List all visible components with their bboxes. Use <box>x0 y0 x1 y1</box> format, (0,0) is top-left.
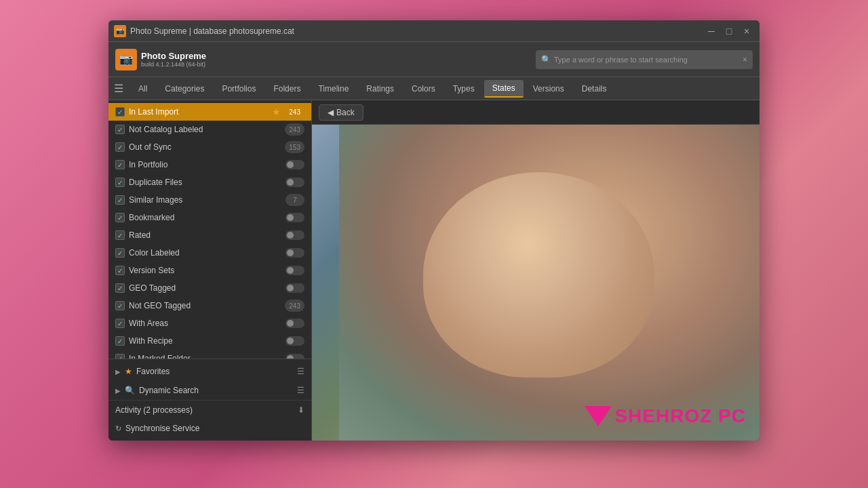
tab-timeline[interactable]: Timeline <box>310 80 357 98</box>
list-item-bookmarked[interactable]: Bookmarked <box>108 209 311 226</box>
checkbox-in-marked-folder[interactable] <box>115 354 125 359</box>
search-clear-icon[interactable]: × <box>743 55 747 64</box>
app-logo-icon: 📷 <box>115 49 137 70</box>
toggle-color-labeled[interactable] <box>285 248 304 258</box>
checkbox-in-portfolio[interactable] <box>115 160 125 169</box>
close-button[interactable]: × <box>739 24 754 39</box>
list-item-not-catalog-labeled[interactable]: Not Catalog Labeled 243 <box>108 121 311 138</box>
toggle-geo-tagged[interactable] <box>285 283 304 293</box>
sync-label: Synchronise Service <box>125 424 304 433</box>
checkbox-not-geo-tagged[interactable] <box>115 301 125 310</box>
checkbox-geo-tagged[interactable] <box>115 283 125 293</box>
sync-item[interactable]: ↻ Synchronise Service <box>108 419 311 438</box>
toggle-with-areas[interactable] <box>285 319 304 328</box>
list-item-with-areas[interactable]: With Areas <box>108 314 311 332</box>
label-with-recipe: With Recipe <box>129 336 281 346</box>
titlebar: 📷 Photo Supreme | database photosupreme.… <box>108 20 760 42</box>
sidebar: In Last Import ★ 243 Not Catalog Labeled… <box>108 100 312 441</box>
toggle-version-sets[interactable] <box>285 266 304 275</box>
favorites-menu-icon[interactable]: ☰ <box>297 367 304 376</box>
checkbox-in-last-import[interactable] <box>115 107 125 117</box>
tab-folders[interactable]: Folders <box>265 80 309 98</box>
photo-background: SHEHROZ PC <box>312 125 760 441</box>
search-input[interactable] <box>554 56 740 64</box>
dynamic-search-item[interactable]: ▶ 🔍 Dynamic Search ☰ <box>108 381 311 400</box>
list-item-similar-images[interactable]: Similar Images 7 <box>108 191 311 209</box>
list-item-in-last-import[interactable]: In Last Import ★ 243 <box>108 103 311 121</box>
label-version-sets: Version Sets <box>129 266 281 275</box>
app-name: Photo Supreme <box>141 51 206 61</box>
toggle-with-recipe[interactable] <box>285 336 304 346</box>
activity-item[interactable]: Activity (2 processes) ⬇ <box>108 400 311 419</box>
checkbox-duplicate-files[interactable] <box>115 178 125 187</box>
search-bar: 🔍 × <box>536 50 753 69</box>
list-item-color-labeled[interactable]: Color Labeled <box>108 244 311 262</box>
photo-display: SHEHROZ PC <box>312 125 760 441</box>
list-item-not-geo-tagged[interactable]: Not GEO Tagged 243 <box>108 297 311 314</box>
toggle-bookmarked[interactable] <box>285 213 304 222</box>
dynamic-menu-icon[interactable]: ☰ <box>297 386 304 395</box>
checkbox-bookmarked[interactable] <box>115 213 125 222</box>
favorites-label: Favorites <box>136 367 293 376</box>
badge-not-geo-tagged: 243 <box>285 300 304 312</box>
list-item-with-recipe[interactable]: With Recipe <box>108 332 311 350</box>
activity-label: Activity (2 processes) <box>115 405 294 415</box>
app-subtitle: build 4.1.2.1448 (64-bit) <box>141 61 206 68</box>
list-item-rated[interactable]: Rated <box>108 226 311 244</box>
label-in-marked-folder: In Marked Folder <box>129 354 281 359</box>
sync-icon: ↻ <box>115 424 121 433</box>
tab-colors[interactable]: Colors <box>403 80 443 98</box>
tab-details[interactable]: Details <box>574 80 615 98</box>
label-bookmarked: Bookmarked <box>129 213 281 222</box>
label-in-last-import: In Last Import <box>129 107 268 117</box>
checkbox-not-catalog-labeled[interactable] <box>115 125 125 134</box>
checkbox-similar-images[interactable] <box>115 195 125 205</box>
checkbox-version-sets[interactable] <box>115 266 125 275</box>
checkbox-with-recipe[interactable] <box>115 336 125 346</box>
list-item-in-portfolio[interactable]: In Portfolio <box>108 156 311 174</box>
tab-all[interactable]: All <box>130 80 155 98</box>
toggle-duplicate-files[interactable] <box>285 178 304 187</box>
list-item-in-marked-folder[interactable]: In Marked Folder <box>108 350 311 359</box>
back-button[interactable]: ◀ Back <box>319 104 363 121</box>
hamburger-menu[interactable]: ☰ <box>114 82 123 95</box>
toggle-in-marked-folder[interactable] <box>285 354 304 359</box>
badge-similar-images: 7 <box>285 194 304 206</box>
checkbox-color-labeled[interactable] <box>115 248 125 258</box>
checkbox-with-areas[interactable] <box>115 319 125 328</box>
back-bar: ◀ Back <box>312 100 760 125</box>
list-item-geo-tagged[interactable]: GEO Tagged <box>108 279 311 297</box>
list-item-version-sets[interactable]: Version Sets <box>108 262 311 279</box>
tab-ratings[interactable]: Ratings <box>358 80 402 98</box>
window-title: Photo Supreme | database photosupreme.ca… <box>130 26 704 36</box>
dynamic-search-label: Dynamic Search <box>139 386 293 395</box>
label-not-geo-tagged: Not GEO Tagged <box>129 301 281 310</box>
list-item-out-of-sync[interactable]: Out of Sync 153 <box>108 138 311 156</box>
minimize-button[interactable]: ─ <box>704 24 719 39</box>
tab-states[interactable]: States <box>484 80 524 98</box>
tab-types[interactable]: Types <box>445 80 483 98</box>
star-in-last-import[interactable]: ★ <box>272 106 281 117</box>
toolbar: 📷 Photo Supreme build 4.1.2.1448 (64-bit… <box>108 42 760 77</box>
tab-portfolios[interactable]: Portfolios <box>214 80 264 98</box>
checkbox-out-of-sync[interactable] <box>115 142 125 152</box>
activity-icon: ⬇ <box>298 405 304 415</box>
favorites-item[interactable]: ▶ ★ Favorites ☰ <box>108 362 311 381</box>
sidebar-list: In Last Import ★ 243 Not Catalog Labeled… <box>108 100 311 359</box>
tab-versions[interactable]: Versions <box>525 80 572 98</box>
expand-dynamic-icon: ▶ <box>115 387 121 394</box>
maximize-button[interactable]: □ <box>722 24 736 39</box>
label-not-catalog-labeled: Not Catalog Labeled <box>129 125 281 134</box>
toggle-rated[interactable] <box>285 230 304 240</box>
sidebar-bottom: ▶ ★ Favorites ☰ ▶ 🔍 Dynamic Search ☰ Act… <box>108 359 311 441</box>
expand-favorites-icon: ▶ <box>115 368 121 375</box>
list-item-duplicate-files[interactable]: Duplicate Files <box>108 174 311 191</box>
dynamic-search-icon: 🔍 <box>125 386 135 395</box>
label-geo-tagged: GEO Tagged <box>129 283 281 293</box>
label-color-labeled: Color Labeled <box>129 248 281 258</box>
main-window: 📷 Photo Supreme | database photosupreme.… <box>108 20 760 441</box>
toggle-in-portfolio[interactable] <box>285 160 304 169</box>
badge-not-catalog-labeled: 243 <box>285 123 304 136</box>
checkbox-rated[interactable] <box>115 230 125 240</box>
tab-categories[interactable]: Categories <box>157 80 212 98</box>
